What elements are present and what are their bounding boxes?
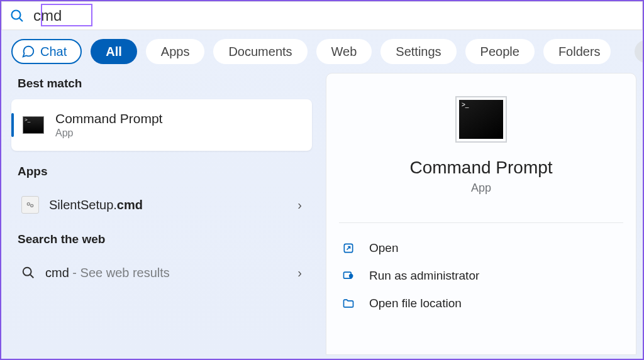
apps-result-label: SilentSetup.cmd	[49, 198, 143, 212]
section-best-match: Best match	[18, 77, 306, 90]
detail-actions: Open Run as administrator Open file loca…	[339, 222, 623, 317]
svg-point-4	[23, 268, 31, 276]
folder-icon	[341, 297, 355, 310]
section-apps: Apps	[18, 165, 306, 178]
filter-people[interactable]: People	[465, 39, 535, 64]
search-input[interactable]	[32, 2, 642, 30]
filter-apps[interactable]: Apps	[146, 39, 205, 64]
content-area: Best match Command Prompt App Apps Silen…	[1, 73, 643, 355]
detail-subtitle: App	[471, 182, 491, 195]
detail-title: Command Prompt	[409, 158, 552, 178]
svg-point-3	[31, 204, 33, 207]
command-prompt-icon	[21, 113, 45, 137]
svg-point-0	[12, 11, 21, 19]
admin-shield-icon	[341, 269, 355, 283]
filter-settings[interactable]: Settings	[380, 39, 456, 64]
chevron-right-icon: ›	[297, 266, 302, 280]
detail-app-icon	[455, 96, 507, 143]
svg-line-5	[30, 275, 33, 278]
web-result-label: cmd - See web results	[45, 266, 170, 280]
svg-line-1	[19, 18, 23, 21]
detail-panel: Command Prompt App Open Run as administr…	[326, 73, 636, 355]
filter-folders[interactable]: Folders	[543, 39, 611, 64]
action-run-admin[interactable]: Run as administrator	[339, 262, 623, 290]
account-avatar[interactable]: J	[635, 40, 644, 63]
search-icon	[21, 266, 35, 280]
result-title: Command Prompt	[55, 111, 162, 126]
svg-point-2	[27, 203, 30, 205]
search-bar[interactable]	[1, 1, 643, 30]
filter-chat-label: Chat	[40, 45, 67, 59]
result-subtitle: App	[55, 128, 162, 139]
filter-row: Chat All Apps Documents Web Settings Peo…	[1, 30, 643, 73]
search-icon	[9, 8, 25, 23]
open-icon	[341, 241, 355, 255]
filter-web[interactable]: Web	[316, 39, 372, 64]
bing-chat-icon	[21, 45, 35, 58]
filter-documents[interactable]: Documents	[213, 39, 307, 64]
action-open[interactable]: Open	[339, 234, 623, 262]
cmd-file-icon	[21, 196, 39, 214]
filter-chat[interactable]: Chat	[11, 39, 82, 64]
web-result-item[interactable]: cmd - See web results ›	[11, 255, 312, 290]
best-match-result[interactable]: Command Prompt App	[11, 99, 312, 151]
section-search-web: Search the web	[18, 232, 306, 246]
filter-all[interactable]: All	[91, 39, 137, 64]
results-column: Best match Command Prompt App Apps Silen…	[8, 73, 316, 355]
action-open-label: Open	[369, 241, 398, 255]
action-admin-label: Run as administrator	[369, 269, 479, 283]
action-open-location[interactable]: Open file location	[339, 290, 623, 317]
action-location-label: Open file location	[369, 297, 462, 310]
account-area: J ···	[635, 40, 644, 63]
apps-result-item[interactable]: SilentSetup.cmd ›	[11, 187, 312, 222]
chevron-right-icon: ›	[297, 198, 302, 212]
search-bar-container	[1, 1, 643, 30]
